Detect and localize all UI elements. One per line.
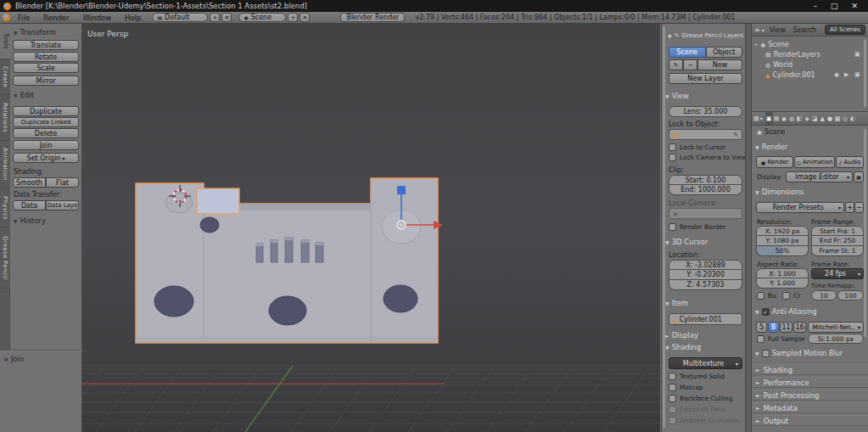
edit-panel-header[interactable]: ▼ Edit — [14, 91, 34, 99]
post-processing-collapsed-panel-header[interactable]: ► Post Processing — [752, 390, 868, 401]
gp-source-object-button[interactable]: Object — [706, 47, 743, 58]
panel-checkbox-icon[interactable]: ✓ — [762, 308, 770, 316]
remove-preset-button[interactable]: − — [854, 202, 864, 213]
aspect-y-field[interactable]: Y: 1.000 — [756, 278, 809, 289]
frame-start-field[interactable]: Start Fra: 1 — [811, 226, 864, 236]
local-camera-field[interactable]: ▣ — [669, 208, 742, 219]
matcap-checkbox[interactable]: Matcap — [669, 384, 703, 391]
output-collapsed-panel-header[interactable]: ► Output — [752, 415, 868, 426]
crop-checkbox[interactable]: Cr — [782, 292, 800, 300]
outliner-item-scene[interactable]: • ◉ Scene — [754, 40, 789, 49]
viewport-3d[interactable]: User Persp — [82, 24, 660, 432]
lock-camera-checkbox[interactable]: Lock Camera to View — [669, 154, 747, 161]
display-panel-header[interactable]: ► Display — [665, 331, 698, 339]
outliner-view-menu[interactable]: View — [770, 26, 786, 34]
sampled-motion-blur-panel-header[interactable]: ▼ Sampled Motion Blur — [755, 350, 843, 357]
tab-render-icon[interactable]: ▣ — [765, 112, 773, 125]
join-button[interactable]: Join — [13, 140, 79, 150]
remap-new-field[interactable]: 100 — [837, 290, 864, 300]
tab-world-icon[interactable]: ◍ — [788, 112, 796, 125]
textured-solid-checkbox[interactable]: Textured Solid — [669, 373, 725, 380]
view-panel-header[interactable]: ▼ View — [665, 92, 689, 100]
maximize-button[interactable]: □ — [831, 2, 838, 10]
mirror-button[interactable]: Mirror — [13, 76, 79, 86]
tab-material-icon[interactable]: ● — [826, 112, 834, 125]
tab-constraints-icon[interactable]: ◈ — [804, 112, 811, 125]
border-checkbox[interactable]: Bo — [757, 292, 776, 300]
lock-object-field[interactable]: ■ ✎ — [669, 129, 742, 140]
tab-relations[interactable]: Relations — [0, 95, 10, 141]
visibility-eye-icon[interactable]: ◉ — [834, 71, 839, 78]
lens-field[interactable]: Lens: 35.000 — [669, 106, 742, 117]
tab-modifiers-icon[interactable]: ◪ — [811, 112, 819, 125]
cursor-z-field[interactable]: Z: 4.57303 — [669, 280, 742, 290]
clip-start-field[interactable]: Start: 0.100 — [669, 175, 742, 185]
full-sample-checkbox[interactable]: Full Sample — [757, 335, 804, 343]
npanel-scrollbar[interactable] — [663, 26, 665, 428]
depth-of-field-checkbox[interactable]: Depth Of Field — [669, 406, 725, 413]
editor-type-icon[interactable]: ≡ — [754, 26, 760, 34]
clip-end-field[interactable]: End: 1000.000 — [669, 185, 742, 195]
outliner-item-renderlayers[interactable]: ▤ RenderLayers — [765, 50, 820, 59]
tab-object-icon[interactable]: ◧ — [796, 112, 804, 125]
tab-render-layers-icon[interactable]: ▤ — [773, 112, 781, 125]
menu-render[interactable]: Render — [37, 14, 75, 22]
rotate-button[interactable]: Rotate — [13, 52, 79, 62]
shading-mode-select[interactable]: Multitexture ▾ — [669, 357, 742, 369]
aa-samples-8-button[interactable]: 8 — [768, 322, 779, 333]
renderable-toggle-icon[interactable]: ▣ — [854, 51, 860, 58]
grease-pencil-panel-header[interactable]: ▼ ✎ Grease Pencil Layers — [668, 32, 743, 39]
3d-cursor-panel-header[interactable]: ▼ 3D Cursor — [665, 238, 708, 246]
aa-filter-select[interactable]: Mitchell-Net.. ▾ — [808, 322, 864, 333]
render-border-checkbox[interactable]: Render Border — [669, 223, 725, 231]
frame-step-field[interactable]: Frame St: 1 — [811, 246, 864, 256]
close-scene-button[interactable]: ✕ — [300, 13, 310, 22]
history-panel-header[interactable]: ▼ History — [14, 216, 46, 225]
anti-aliasing-panel-header[interactable]: ▼ ✓ Anti-Aliasing — [755, 307, 817, 316]
eyedropper-icon[interactable]: ✎ — [733, 132, 738, 138]
gp-draw-button[interactable]: ✎ — [669, 59, 683, 70]
translate-button[interactable]: Translate — [13, 40, 79, 50]
ambient-occlusion-checkbox[interactable]: Ambient Occlusion — [669, 417, 739, 424]
aa-samples-16-button[interactable]: 16 — [793, 322, 806, 333]
duplicate-linked-button[interactable]: Duplicate Linked — [13, 117, 79, 127]
backface-culling-checkbox[interactable]: Backface Culling — [669, 395, 732, 402]
dimensions-panel-header[interactable]: ▼ Dimensions — [755, 188, 804, 196]
disclosure-icon[interactable]: • — [754, 42, 758, 48]
frame-end-field[interactable]: End Fr: 250 — [811, 236, 864, 246]
transform-panel-header[interactable]: ▼ Transform — [14, 28, 56, 36]
duplicate-button[interactable]: Duplicate — [13, 106, 79, 116]
render-button[interactable]: ▣ Render — [756, 156, 793, 168]
tab-physics-icon[interactable]: ◐ — [849, 112, 857, 125]
smooth-button[interactable]: Smooth — [13, 177, 46, 188]
item-name-field[interactable]: ▲ Cylinder.001 — [669, 313, 742, 325]
properties-scrollbar[interactable] — [864, 129, 866, 337]
render-engine-select[interactable]: Blender Render — [340, 13, 405, 22]
cursor-x-field[interactable]: X: -3.02889 — [669, 260, 742, 270]
add-scene-button[interactable]: + — [288, 13, 298, 22]
tab-physics[interactable]: Physics — [0, 188, 10, 227]
gp-erase-button[interactable]: − — [683, 59, 697, 70]
display-screen-button[interactable]: ▦ — [854, 171, 864, 182]
close-button[interactable]: ✕ — [851, 2, 858, 10]
gp-new-layer-button[interactable]: New Layer — [669, 73, 742, 84]
editor-type-icon[interactable]: ▤ — [753, 115, 759, 122]
tab-tools[interactable]: Tools — [0, 24, 11, 59]
data-layout-button[interactable]: Data Layo — [46, 200, 79, 210]
gp-source-scene-button[interactable]: Scene — [669, 47, 706, 58]
gp-new-button[interactable]: New — [697, 59, 742, 70]
outliner-item-cylinder[interactable]: ▲ Cylinder.001 — [765, 70, 815, 80]
render-panel-header[interactable]: ▼ Render — [755, 143, 787, 151]
last-operator-panel-header[interactable]: ▼ Join — [4, 355, 24, 363]
outliner-search-menu[interactable]: Search — [793, 26, 816, 34]
flat-button[interactable]: Flat — [46, 177, 79, 188]
tab-data-icon[interactable]: ▲ — [819, 112, 826, 125]
selectable-toggle-icon[interactable]: ▶ — [844, 71, 848, 78]
menu-help[interactable]: Help — [119, 14, 147, 22]
close-layout-button[interactable]: ✕ — [221, 13, 232, 22]
outliner-filter-select[interactable]: All Scenes — [825, 25, 865, 35]
tab-scene-icon[interactable]: ◉ — [781, 112, 788, 125]
display-mode-select[interactable]: Image Editor ▾ — [786, 171, 853, 182]
outliner-item-world[interactable]: ◍ World — [765, 60, 792, 70]
remap-old-field[interactable]: 10 — [811, 290, 837, 300]
